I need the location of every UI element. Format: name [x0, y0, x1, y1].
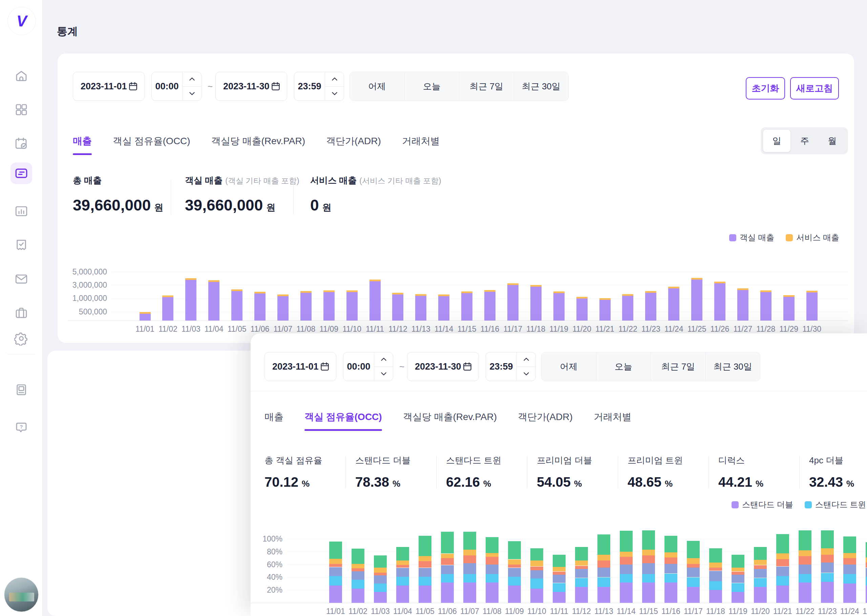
- occ-bar-11/06[interactable]: [441, 532, 454, 603]
- revenue-bar-11/10[interactable]: [346, 291, 358, 321]
- quick-range-0[interactable]: 어제: [350, 72, 404, 101]
- revenue-bar-11/05[interactable]: [231, 289, 242, 321]
- occ-bar-11/13[interactable]: [598, 534, 610, 603]
- occ-bar-11/09[interactable]: [508, 542, 521, 603]
- revenue-bar-11/29[interactable]: [784, 295, 795, 321]
- end-time-input-decrement[interactable]: [517, 367, 535, 381]
- help-icon[interactable]: ?: [11, 417, 32, 438]
- settings-icon[interactable]: [11, 328, 32, 349]
- occ-bar-11/02[interactable]: [351, 548, 364, 603]
- occ-bar-11/18[interactable]: [709, 548, 722, 603]
- occ-bar-11/22[interactable]: [799, 530, 812, 603]
- receipt-check-icon[interactable]: [11, 234, 32, 256]
- end-date-input[interactable]: 2023-11-30: [407, 352, 479, 381]
- overlay-tab-0[interactable]: 매출: [264, 410, 283, 431]
- overlay-tab-3[interactable]: 객단가(ADR): [518, 410, 573, 431]
- occ-bar-11/10[interactable]: [530, 548, 543, 603]
- occ-bar-11/14[interactable]: [620, 530, 633, 603]
- revenue-bar-11/11[interactable]: [370, 280, 381, 321]
- end-time-input-increment[interactable]: [517, 352, 535, 367]
- end-time-input[interactable]: 23:59: [294, 72, 344, 101]
- start-time-input[interactable]: 00:00: [151, 72, 201, 101]
- revenue-bar-11/20[interactable]: [576, 297, 588, 321]
- bar-chart-icon[interactable]: [11, 200, 32, 222]
- revenue-bar-11/16[interactable]: [484, 290, 496, 321]
- kiosk-icon[interactable]: [11, 379, 32, 401]
- start-time-input-increment[interactable]: [183, 72, 201, 86]
- occ-bar-11/07[interactable]: [463, 532, 476, 603]
- start-date-input[interactable]: 2023-11-01: [73, 72, 145, 101]
- start-time-input-increment[interactable]: [374, 352, 393, 367]
- overlay-tab-1[interactable]: 객실 점유율(OCC): [304, 410, 382, 431]
- granularity-주[interactable]: 주: [791, 129, 818, 152]
- occ-bar-11/25[interactable]: [865, 542, 867, 603]
- end-time-input[interactable]: 23:59: [486, 352, 536, 381]
- revenue-bar-11/01[interactable]: [140, 312, 151, 321]
- start-date-input[interactable]: 2023-11-01: [264, 352, 336, 381]
- occ-bar-11/05[interactable]: [419, 536, 431, 603]
- occ-bar-11/03[interactable]: [374, 555, 387, 603]
- revenue-bar-11/09[interactable]: [323, 291, 335, 321]
- main-tab-4[interactable]: 거래처별: [402, 135, 440, 155]
- briefcase-icon[interactable]: [11, 302, 32, 324]
- revenue-bar-11/24[interactable]: [668, 287, 680, 321]
- end-time-input-decrement[interactable]: [325, 86, 344, 101]
- dashboard-icon[interactable]: [11, 99, 32, 121]
- revenue-bar-11/04[interactable]: [208, 280, 219, 321]
- quick-range-3[interactable]: 최근 30일: [514, 72, 569, 101]
- revenue-bar-11/19[interactable]: [553, 291, 565, 321]
- overlay-tab-2[interactable]: 객실당 매출(Rev.PAR): [403, 410, 497, 431]
- revenue-bar-11/06[interactable]: [254, 292, 266, 321]
- quick-range-1[interactable]: 오늘: [404, 72, 459, 101]
- reset-button[interactable]: 초기화: [746, 77, 785, 99]
- quick-range-0[interactable]: 어제: [541, 352, 596, 381]
- occ-bar-11/19[interactable]: [732, 555, 744, 603]
- calendar-check-icon[interactable]: [11, 133, 32, 154]
- mail-icon[interactable]: [11, 268, 32, 290]
- stats-card-icon[interactable]: [11, 162, 32, 184]
- revenue-bar-11/22[interactable]: [622, 294, 633, 321]
- occ-bar-11/16[interactable]: [664, 536, 677, 603]
- revenue-bar-11/08[interactable]: [301, 291, 312, 321]
- granularity-일[interactable]: 일: [763, 129, 791, 152]
- occ-bar-11/17[interactable]: [687, 541, 700, 603]
- main-tab-0[interactable]: 매출: [73, 135, 92, 155]
- start-time-input-decrement[interactable]: [374, 367, 393, 381]
- occ-bar-11/24[interactable]: [843, 536, 856, 603]
- user-avatar[interactable]: [4, 577, 39, 612]
- revenue-bar-11/27[interactable]: [737, 288, 749, 321]
- revenue-bar-11/23[interactable]: [645, 291, 656, 321]
- occ-bar-11/15[interactable]: [642, 530, 655, 603]
- revenue-bar-11/18[interactable]: [530, 285, 541, 321]
- start-time-input[interactable]: 00:00: [343, 352, 393, 381]
- end-time-input-increment[interactable]: [325, 72, 344, 86]
- revenue-bar-11/25[interactable]: [691, 278, 702, 321]
- revenue-bar-11/13[interactable]: [415, 294, 426, 321]
- main-tab-1[interactable]: 객실 점유율(OCC): [113, 135, 190, 155]
- revenue-bar-11/30[interactable]: [806, 291, 818, 321]
- revenue-bar-11/03[interactable]: [185, 278, 197, 321]
- occ-bar-11/08[interactable]: [486, 537, 499, 603]
- revenue-bar-11/12[interactable]: [392, 293, 403, 321]
- quick-range-1[interactable]: 오늘: [596, 352, 651, 381]
- home-icon[interactable]: [11, 65, 32, 86]
- occ-bar-11/01[interactable]: [329, 542, 342, 603]
- main-tab-2[interactable]: 객실당 매출(Rev.PAR): [211, 135, 305, 155]
- overlay-tab-4[interactable]: 거래처별: [594, 410, 632, 431]
- revenue-bar-11/14[interactable]: [438, 294, 449, 321]
- start-time-input-decrement[interactable]: [183, 86, 201, 101]
- main-tab-3[interactable]: 객단가(ADR): [326, 135, 381, 155]
- occ-bar-11/12[interactable]: [575, 547, 588, 603]
- revenue-bar-11/07[interactable]: [277, 294, 288, 321]
- quick-range-2[interactable]: 최근 7일: [651, 352, 705, 381]
- revenue-bar-11/02[interactable]: [162, 295, 173, 321]
- quick-range-3[interactable]: 최근 30일: [705, 352, 760, 381]
- revenue-bar-11/17[interactable]: [507, 283, 519, 321]
- granularity-월[interactable]: 월: [818, 129, 846, 152]
- occ-bar-11/20[interactable]: [754, 547, 767, 603]
- occ-bar-11/04[interactable]: [396, 547, 409, 603]
- revenue-bar-11/15[interactable]: [461, 291, 472, 321]
- occ-bar-11/11[interactable]: [553, 555, 566, 603]
- revenue-bar-11/21[interactable]: [600, 298, 611, 321]
- quick-range-2[interactable]: 최근 7일: [459, 72, 514, 101]
